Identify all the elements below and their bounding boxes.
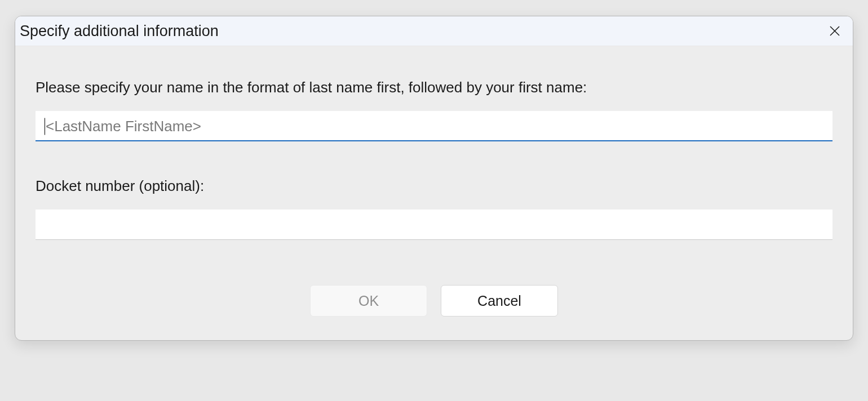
- name-input-wrap: <LastName FirstName>: [36, 111, 832, 141]
- ok-button[interactable]: OK: [310, 285, 427, 317]
- docket-field-label: Docket number (optional):: [36, 177, 832, 195]
- dialog-title: Specify additional information: [20, 23, 219, 40]
- name-input[interactable]: [36, 111, 832, 141]
- cancel-button[interactable]: Cancel: [441, 285, 558, 317]
- dialog-titlebar: Specify additional information: [15, 16, 853, 46]
- close-button[interactable]: [825, 21, 845, 41]
- name-field-label: Please specify your name in the format o…: [36, 79, 832, 96]
- name-field-group: Please specify your name in the format o…: [36, 79, 832, 141]
- docket-input[interactable]: [36, 210, 832, 240]
- close-icon: [829, 25, 841, 37]
- ok-button-label: OK: [358, 293, 379, 309]
- docket-field-group: Docket number (optional):: [36, 177, 832, 240]
- dialog-window: Specify additional information Please sp…: [15, 16, 853, 341]
- dialog-body: Please specify your name in the format o…: [15, 46, 853, 340]
- cancel-button-label: Cancel: [477, 293, 521, 309]
- dialog-button-row: OK Cancel: [36, 285, 832, 327]
